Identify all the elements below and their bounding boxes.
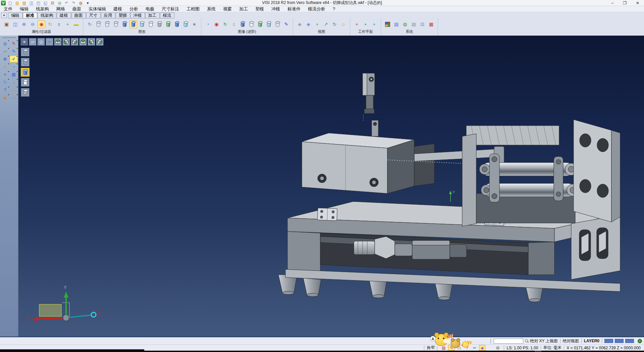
redraw-icon[interactable]: ↻ xyxy=(86,20,94,28)
visibility-add-icon[interactable]: ⊕ xyxy=(20,20,28,28)
tab-加工[interactable]: 加工 xyxy=(145,12,160,18)
view-zoom-arrow-icon[interactable]: ↗ xyxy=(322,20,330,28)
layer-color-swatch-2[interactable] xyxy=(615,339,624,343)
marker-pen-icon[interactable]: ✎ xyxy=(282,20,290,28)
tab-应用[interactable]: 应用 xyxy=(101,12,115,18)
minimize-button[interactable]: – xyxy=(611,0,613,6)
spline-icon[interactable]: ~ xyxy=(10,63,18,70)
view-dynamic-icon[interactable]: + xyxy=(313,20,321,28)
menu-item[interactable]: 建模 xyxy=(110,6,126,12)
mesh-view-icon[interactable] xyxy=(156,20,163,28)
visibility-minus-icon[interactable]: ▬ xyxy=(72,20,80,28)
layer-color-swatch-1[interactable] xyxy=(604,339,613,343)
search-icon[interactable] xyxy=(525,339,529,343)
advanced-refresh-icon[interactable]: ↻ xyxy=(221,20,229,28)
tab-编辑[interactable]: 编辑 xyxy=(8,12,22,18)
menu-item[interactable]: 系统 xyxy=(203,6,219,12)
dock-grip-handle[interactable] xyxy=(3,37,15,38)
menu-item[interactable]: 冲模 xyxy=(268,6,284,12)
menu-item[interactable]: 线架构 xyxy=(32,6,53,12)
menu-item[interactable]: ? xyxy=(329,6,339,12)
advanced-plusminus-icon[interactable]: ± xyxy=(230,20,238,28)
preview-icon[interactable]: ◎ xyxy=(57,1,62,5)
sheet-icon[interactable]: ▱ xyxy=(10,94,18,101)
shaded-edges-view-icon[interactable] xyxy=(129,20,137,28)
tab-标准[interactable]: 标准 xyxy=(23,12,37,18)
system-globe-icon[interactable]: ◍ xyxy=(401,20,409,28)
tab-塑膜[interactable]: 塑膜 xyxy=(116,12,130,18)
shade-export-icon[interactable] xyxy=(182,20,190,28)
render-settings-icon[interactable]: ∗ xyxy=(191,20,198,28)
menu-item[interactable]: 塑模 xyxy=(252,6,268,12)
solid-cube-icon[interactable]: ◈ xyxy=(10,79,18,86)
advanced-traffic-icon[interactable]: ◉ xyxy=(213,20,220,28)
3d-viewport[interactable]: ≡▱◎+ xyxy=(18,36,644,337)
menu-item[interactable]: 实体编辑 xyxy=(85,6,110,12)
active-layer-label[interactable]: LAYER0 xyxy=(584,339,599,343)
list-config-icon[interactable]: ▤ xyxy=(410,20,418,28)
filter-traffic-light-icon[interactable]: ◉ xyxy=(38,20,45,28)
tab-模流[interactable]: 模流 xyxy=(160,12,174,18)
visibility-plus-icon[interactable]: + xyxy=(64,20,71,28)
menu-item[interactable]: 电极 xyxy=(142,6,158,12)
regen-shade-icon[interactable] xyxy=(164,20,172,28)
grid-snap-icon[interactable]: ⊞ xyxy=(494,345,501,351)
absolute-view-label[interactable]: 绝对视图 xyxy=(563,338,579,344)
curve-edit-icon[interactable]: ✎ xyxy=(10,48,18,55)
redo-icon[interactable]: ↷ xyxy=(71,1,76,5)
palette-tools-icon[interactable]: ◆ xyxy=(1,94,9,101)
menu-item[interactable]: 视窗 xyxy=(219,6,235,12)
visibility-toggle-icon[interactable]: ± xyxy=(55,20,63,28)
workplane-align-icon[interactable]: + xyxy=(362,20,369,28)
zoom-dynamic-icon[interactable]: ⊕ xyxy=(1,55,9,62)
flat-view-icon[interactable] xyxy=(147,20,155,28)
menu-item[interactable]: 加工 xyxy=(235,6,252,12)
measure-icon[interactable]: ↔ xyxy=(10,86,18,93)
plane-select-icon[interactable]: ▱ xyxy=(1,48,9,55)
hidden-line-view-icon[interactable] xyxy=(103,20,111,28)
units-label[interactable]: 单位: 毫米 xyxy=(543,345,562,351)
red-grid-icon[interactable]: ▦ xyxy=(427,20,435,28)
tab-尺寸[interactable]: 尺寸 xyxy=(86,12,101,18)
menu-item[interactable]: 曲面 xyxy=(69,6,85,12)
shaded-view-icon[interactable] xyxy=(121,20,128,28)
view-mode-label[interactable]: 绝对 XY 上视图 xyxy=(530,338,557,344)
tab-建模[interactable]: 建模 xyxy=(57,12,71,18)
move-axis-icon[interactable]: + xyxy=(1,63,9,70)
model-3d[interactable]: Y xyxy=(18,36,644,337)
advanced-attach-icon[interactable] xyxy=(274,20,281,28)
save-as-icon[interactable]: ◰ xyxy=(36,1,41,5)
tab-曲面[interactable]: 曲面 xyxy=(71,12,86,18)
help-what-icon[interactable]: ? xyxy=(1,86,9,93)
view-shaded-icon[interactable]: ◈ xyxy=(305,20,312,28)
save-icon[interactable]: ◫ xyxy=(29,1,34,5)
wangwang-mascot[interactable]: A W W xyxy=(430,334,489,351)
print-icon[interactable]: ⊟ xyxy=(50,1,55,5)
layer-color-swatch-3[interactable] xyxy=(625,339,634,343)
properties-editor-icon[interactable]: ▣ xyxy=(3,20,10,28)
menu-item[interactable]: 分析 xyxy=(126,6,142,12)
open-file-icon[interactable]: ▨ xyxy=(15,1,20,5)
hidden-dashed-view-icon[interactable] xyxy=(112,20,120,28)
menu-item[interactable]: 尺寸标注 xyxy=(158,6,183,12)
advanced-eye-icon[interactable]: ◔ xyxy=(204,20,212,28)
close-button[interactable]: ✕ xyxy=(636,0,639,6)
view-refresh-icon[interactable]: ↻ xyxy=(331,20,338,28)
menu-item[interactable]: 网格 xyxy=(53,6,69,12)
layer-manager-icon[interactable]: ≡ xyxy=(1,71,9,78)
view-render-face-icon[interactable]: ☺ xyxy=(339,20,347,28)
restore-button[interactable]: ❐ xyxy=(623,0,627,6)
workplane-new-icon[interactable]: + xyxy=(353,20,361,28)
undo-icon[interactable]: ↶ xyxy=(64,1,69,5)
advanced-check-icon[interactable] xyxy=(256,20,264,28)
qat-dropdown-icon[interactable]: ▾ xyxy=(85,1,90,5)
menu-item[interactable]: 工程图 xyxy=(183,6,203,12)
image-settings-icon[interactable]: ▤ xyxy=(392,20,400,28)
menu-item[interactable]: 模流分析 xyxy=(304,6,329,12)
select-hand-icon[interactable]: ⊡ xyxy=(419,20,426,28)
grid-window-icon[interactable]: ▦ xyxy=(10,71,18,78)
filter-page-icon[interactable]: ◫ xyxy=(11,20,19,28)
regen-icon[interactable]: ↻ xyxy=(1,79,9,86)
open-recent-icon[interactable]: ▧ xyxy=(22,1,27,5)
wireframe-view-icon[interactable] xyxy=(95,20,102,28)
